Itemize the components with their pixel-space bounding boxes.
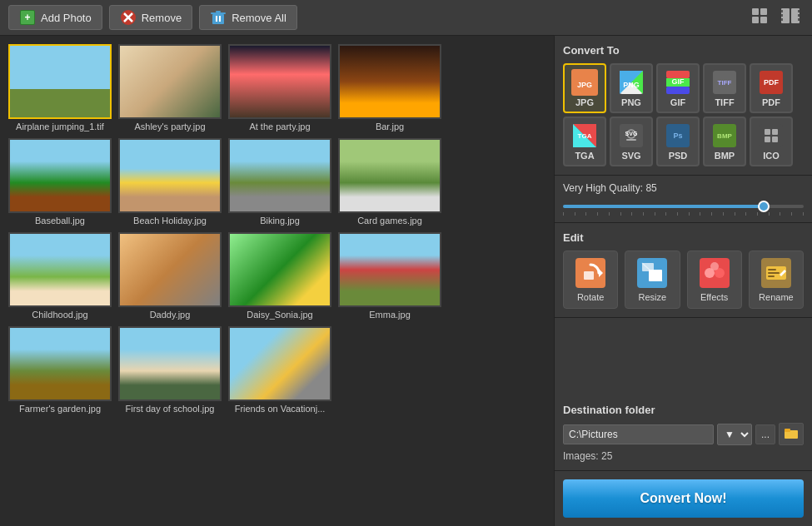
photo-thumb-wrap <box>118 44 222 119</box>
svg-rect-43 <box>626 139 636 141</box>
photo-label: At the party.jpg <box>228 122 331 132</box>
photo-thumbnail <box>10 46 110 117</box>
photo-item[interactable]: Friends on Vacationj... <box>227 325 333 415</box>
remove-button[interactable]: Remove <box>109 5 192 30</box>
grid-view-button[interactable] <box>747 5 772 30</box>
svg-rect-67 <box>768 269 776 270</box>
photo-thumbnail <box>10 328 110 399</box>
remove-all-button[interactable]: Remove All <box>199 5 297 30</box>
png-icon: PNG <box>618 69 645 96</box>
rename-button[interactable]: Rename <box>749 251 804 309</box>
svg-rect-18 <box>781 14 783 17</box>
rotate-button[interactable]: Rotate <box>563 251 618 309</box>
svg-rect-7 <box>216 16 217 22</box>
destination-folder-button[interactable] <box>779 423 804 445</box>
photo-thumb-wrap <box>8 44 112 119</box>
format-tga-button[interactable]: TGA TGA <box>563 117 606 166</box>
photo-item[interactable]: Childhood.jpg <box>7 231 113 321</box>
remove-all-icon <box>210 9 227 26</box>
bmp-label: BMP <box>715 151 735 161</box>
photo-item[interactable]: First day of school.jpg <box>117 325 223 415</box>
photo-item[interactable]: At the party.jpg <box>227 42 333 133</box>
svg-text:Ps: Ps <box>673 132 682 140</box>
svg-rect-6 <box>212 14 224 24</box>
photo-item[interactable]: Card games.jpg <box>336 136 443 227</box>
photo-item[interactable]: Daddy.jpg <box>117 231 223 321</box>
effects-label: Effects <box>700 292 728 302</box>
svg-rect-13 <box>752 17 759 23</box>
destination-dots-button[interactable]: ... <box>755 424 775 444</box>
svg-text:PNG: PNG <box>623 81 640 89</box>
quality-section: Very High Quality: 85 <box>555 176 812 223</box>
svg-text:TIFF: TIFF <box>718 79 732 87</box>
rotate-label: Rotate <box>577 292 604 302</box>
quality-slider[interactable] <box>563 205 804 208</box>
photo-item[interactable]: Emma.jpg <box>336 231 443 321</box>
effects-button[interactable]: Effects <box>687 251 742 309</box>
tiff-icon: TIFF <box>711 69 738 96</box>
photo-label: First day of school.jpg <box>118 404 222 414</box>
format-png-button[interactable]: PNG PNG <box>610 63 653 113</box>
photo-thumbnail <box>230 234 330 305</box>
format-bmp-button[interactable]: BMP BMP <box>703 117 746 166</box>
panel-spacer <box>555 318 812 395</box>
convert-now-button[interactable]: Convert Now! <box>563 479 804 518</box>
photo-thumbnail <box>340 140 440 211</box>
format-gif-button[interactable]: GIF GIF <box>656 63 700 113</box>
destination-section: Destination folder ▼ ... Images: 25 <box>555 395 812 471</box>
svg-text:SVG: SVG <box>625 131 638 136</box>
effects-icon <box>699 257 730 289</box>
format-jpg-button[interactable]: JPG JPG <box>563 63 606 113</box>
svg-rect-69 <box>768 275 775 277</box>
ico-icon <box>758 122 785 149</box>
add-photo-button[interactable]: + Add Photo <box>8 5 102 30</box>
svg-text:GIF: GIF <box>672 77 685 86</box>
format-pdf-button[interactable]: PDF PDF <box>750 63 793 113</box>
photo-thumbnail <box>120 234 220 305</box>
svg-label: SVG <box>621 151 640 161</box>
photo-item[interactable]: Farmer's garden.jpg <box>7 325 113 415</box>
photo-item[interactable]: Airplane jumping_1.tif <box>7 42 113 133</box>
photo-grid[interactable]: Airplane jumping_1.tifAshley's party.jpg… <box>0 36 554 526</box>
edit-title: Edit <box>563 231 804 244</box>
photo-label: Baseball.jpg <box>8 216 112 226</box>
photo-item[interactable]: Biking.jpg <box>227 136 333 227</box>
svg-text:+: + <box>24 12 30 23</box>
svg-rect-31 <box>666 87 690 94</box>
destination-input[interactable] <box>563 424 714 444</box>
photo-thumbnail <box>120 46 220 117</box>
filmstrip-view-button[interactable] <box>777 5 804 30</box>
resize-button[interactable]: Resize <box>625 251 680 309</box>
tga-label: TGA <box>575 151 594 161</box>
photo-thumbnail <box>120 328 220 399</box>
photo-item[interactable]: Baseball.jpg <box>7 136 113 227</box>
pdf-icon: PDF <box>758 69 785 96</box>
photo-label: Ashley's party.jpg <box>118 122 222 132</box>
main-content: Airplane jumping_1.tifAshley's party.jpg… <box>0 36 812 526</box>
format-psd-button[interactable]: Ps PSD <box>656 117 700 166</box>
photo-thumb-wrap <box>338 44 441 119</box>
psd-label: PSD <box>669 151 688 161</box>
format-svg-button[interactable]: SVG SVG <box>610 117 653 166</box>
svg-rect-52 <box>765 136 770 142</box>
photo-item[interactable]: Ashley's party.jpg <box>117 42 223 133</box>
remove-icon <box>120 9 137 26</box>
photo-thumbnail <box>120 140 220 211</box>
photo-item[interactable]: Beach Holiday.jpg <box>117 136 223 227</box>
view-icons <box>747 5 804 30</box>
format-ico-button[interactable]: ICO <box>750 117 793 166</box>
psd-icon: Ps <box>665 122 691 149</box>
photo-label: Emma.jpg <box>338 310 441 320</box>
destination-dropdown[interactable]: ▼ <box>717 424 752 445</box>
photo-thumb-wrap <box>228 232 331 307</box>
svg-rect-12 <box>760 8 767 15</box>
photo-item[interactable]: Bar.jpg <box>336 42 443 133</box>
photo-label: Beach Holiday.jpg <box>118 216 222 226</box>
photo-thumb-wrap <box>8 326 112 401</box>
format-tiff-button[interactable]: TIFF TIFF <box>703 63 746 113</box>
photo-item[interactable]: Daisy_Sonia.jpg <box>227 231 333 321</box>
svg-rect-56 <box>584 271 594 280</box>
photo-thumbnail <box>10 140 110 211</box>
destination-row: ▼ ... <box>563 423 804 445</box>
gif-icon: GIF <box>665 69 691 96</box>
